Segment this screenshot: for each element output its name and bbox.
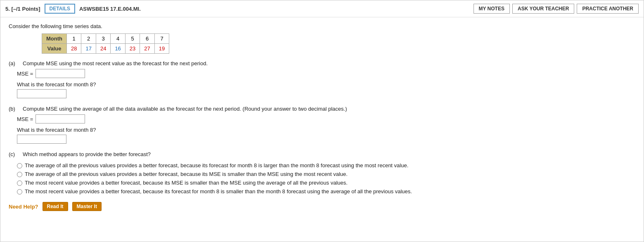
intro-text: Consider the following time series data. [9,23,635,29]
section-b-forecast-label: What is the forecast for month 8? [17,127,635,133]
month-header: Month [42,34,67,44]
question-number: 5. [–/1 Points] [5,6,40,12]
question-code: ASWSBE15 17.E.004.MI. [79,6,141,12]
value-header: Value [42,44,67,54]
month-2: 2 [81,34,96,44]
month-6: 6 [140,34,154,44]
value-1: 28 [66,44,81,54]
section-b-forecast-input[interactable] [17,135,66,144]
section-b-mse-input[interactable] [36,114,85,123]
option-2[interactable]: The average of all the previous values p… [17,171,635,177]
option-4-text: The most recent value provides a better … [25,188,412,195]
need-help-section: Need Help? Read It Master It [9,202,635,211]
need-help-label: Need Help? [9,204,38,210]
month-3: 3 [96,34,110,44]
section-a-letter: (a) [9,60,21,66]
read-it-button[interactable]: Read It [43,202,68,211]
section-c-question: Which method appears to provide the bett… [23,151,151,157]
value-7: 19 [154,44,169,54]
radio-2[interactable] [17,172,22,177]
section-c-letter: (c) [9,151,21,157]
ask-teacher-button[interactable]: ASK YOUR TEACHER [512,4,574,14]
month-1: 1 [66,34,81,44]
option-3[interactable]: The most recent value provides a better … [17,180,635,186]
section-c: (c) Which method appears to provide the … [9,151,635,195]
section-a-forecast-label: What is the forecast for month 8? [17,81,635,88]
option-4[interactable]: The most recent value provides a better … [17,188,635,195]
value-2: 17 [81,44,96,54]
value-6: 27 [140,44,154,54]
radio-1[interactable] [17,163,22,168]
practice-another-button[interactable]: PRACTICE ANOTHER [577,4,639,14]
value-5: 23 [125,44,140,54]
section-b-question: Compute MSE using the average of all the… [23,106,347,112]
option-1-text: The average of all the previous values p… [25,162,408,168]
master-it-button[interactable]: Master It [72,202,102,211]
month-7: 7 [154,34,169,44]
radio-3[interactable] [17,180,22,186]
details-button[interactable]: DETAILS [45,4,75,14]
section-a-question: Compute MSE using the most recent value … [23,60,208,66]
value-3: 24 [96,44,110,54]
section-b-mse-label: MSE = [17,116,33,122]
option-2-text: The average of all the previous values p… [25,171,348,177]
option-1[interactable]: The average of all the previous values p… [17,162,635,168]
data-table: Month 1 2 3 4 5 6 7 Value 28 17 24 16 23… [42,33,169,54]
month-4: 4 [111,34,125,44]
section-a-forecast-input[interactable] [17,89,66,98]
section-c-options: The average of all the previous values p… [17,162,635,195]
month-5: 5 [125,34,140,44]
value-4: 16 [111,44,125,54]
section-a: (a) Compute MSE using the most recent va… [9,60,635,98]
radio-4[interactable] [17,189,22,195]
my-notes-button[interactable]: MY NOTES [474,4,510,14]
section-a-mse-label: MSE = [17,71,33,77]
section-a-mse-input[interactable] [36,69,85,78]
section-b-letter: (b) [9,106,21,112]
section-b: (b) Compute MSE using the average of all… [9,106,635,144]
option-3-text: The most recent value provides a better … [25,180,348,186]
